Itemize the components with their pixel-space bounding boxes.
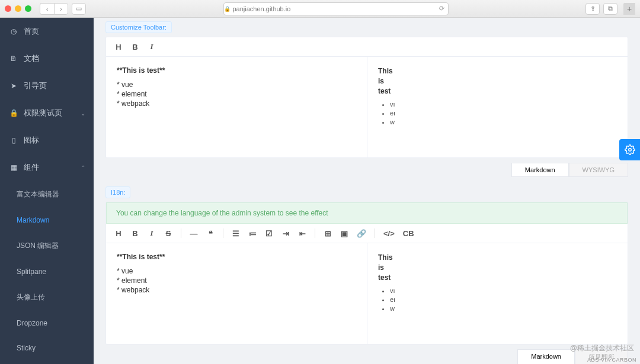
sidebar-item-label: 组件 xyxy=(24,162,39,173)
lock-icon: 🔒 xyxy=(224,6,231,12)
doc-icon: 🗎 xyxy=(9,54,18,63)
maximize-window-icon[interactable] xyxy=(25,5,31,12)
view-tabs-2: Markdown 所见即所 xyxy=(105,349,628,364)
bold-button[interactable]: B xyxy=(131,43,139,51)
gear-icon xyxy=(625,144,635,155)
quote-button[interactable]: ❝ xyxy=(206,229,215,238)
tabs-icon[interactable]: ⧉ xyxy=(603,3,617,15)
editor-card-2: You can change the language of the admin… xyxy=(105,202,628,344)
tab-markdown-2[interactable]: Markdown xyxy=(517,349,575,364)
sidebar-item-json[interactable]: JSON 编辑器 xyxy=(0,233,94,259)
strike-button[interactable]: S xyxy=(164,229,172,238)
separator xyxy=(375,228,375,238)
sidebar-item-label: 引导页 xyxy=(24,80,47,91)
heading-button[interactable]: H xyxy=(114,43,123,51)
settings-fab[interactable] xyxy=(619,139,640,160)
bold-button[interactable]: B xyxy=(131,229,139,238)
markdown-editor-2[interactable]: **This is test** * vue * element * webpa… xyxy=(106,243,367,344)
sidebar-item-avatar[interactable]: 头像上传 xyxy=(0,284,94,311)
ads-label: ADS VIA CARBON xyxy=(587,357,636,363)
markdown-editor-1[interactable]: **This is test** * vue * element * webpa… xyxy=(106,57,367,157)
new-tab-button[interactable]: + xyxy=(623,3,635,15)
lock-icon: 🔒 xyxy=(9,109,18,117)
back-button[interactable]: ‹ xyxy=(40,3,54,15)
code-button[interactable]: </> xyxy=(383,229,395,238)
sidebar-item-permission[interactable]: 🔒 权限测试页 ⌄ xyxy=(0,99,94,127)
sidebar-item-sticky[interactable]: Sticky xyxy=(0,336,94,360)
dashboard-icon: ◷ xyxy=(9,27,18,36)
tab-wysiwyg-1[interactable]: WYSIWYG xyxy=(569,163,628,177)
link-button[interactable]: 🔗 xyxy=(357,229,366,238)
image-button[interactable]: ▣ xyxy=(340,229,348,238)
guide-icon: ➤ xyxy=(9,82,18,90)
sidebar-item-richtext[interactable]: 富文本编辑器 xyxy=(0,181,94,208)
sidebar-item-components[interactable]: ▦ 组件 ⌃ xyxy=(0,154,94,181)
sidebar-item-doc[interactable]: 🗎 文档 xyxy=(0,45,94,72)
italic-button[interactable]: I xyxy=(148,228,156,238)
chevron-up-icon: ⌃ xyxy=(81,165,85,171)
section-tag-i18n: I18n: xyxy=(105,186,130,198)
italic-button[interactable]: I xyxy=(148,42,156,51)
chevron-down-icon: ⌄ xyxy=(81,110,85,117)
close-window-icon[interactable] xyxy=(5,5,11,12)
component-icon: ▦ xyxy=(9,163,18,172)
sidebar-item-guide[interactable]: ➤ 引导页 xyxy=(0,72,94,99)
browser-chrome: ‹ › ▭ 🔒 panjiachen.github.io ⟳ ⇪ ⧉ + xyxy=(0,0,640,18)
sidebar-item-home[interactable]: ◷ 首页 xyxy=(0,18,94,45)
outdent-button[interactable]: ⇤ xyxy=(298,229,306,238)
ol-button[interactable]: ≔ xyxy=(248,229,257,238)
sidebar-item-label: 文档 xyxy=(24,53,39,64)
hr-button[interactable]: — xyxy=(190,229,198,238)
sidebar-item-dropzone[interactable]: Dropzone xyxy=(0,311,94,336)
sidebar-item-label: 首页 xyxy=(24,26,39,37)
indent-button[interactable]: ⇥ xyxy=(281,229,290,238)
grid-icon: ▯ xyxy=(9,136,18,144)
table-button[interactable]: ⊞ xyxy=(324,229,332,238)
ul-button[interactable]: ☰ xyxy=(232,229,240,238)
sidebar-item-icons[interactable]: ▯ 图标 xyxy=(0,127,94,154)
reload-icon[interactable]: ⟳ xyxy=(439,5,448,12)
task-button[interactable]: ☑ xyxy=(265,229,273,238)
toolbar-2: H B I S — ❝ ☰ ≔ ☑ ⇥ ⇤ ⊞ ▣ 🔗 </> CB xyxy=(106,224,628,243)
sidebar: ◷ 首页 🗎 文档 ➤ 引导页 🔒 权限测试页 ⌄ ▯ 图标 ▦ 组件 ⌃ 富文… xyxy=(0,18,94,364)
forward-button[interactable]: › xyxy=(54,3,68,15)
sidebar-item-countto[interactable]: Count To xyxy=(0,360,94,364)
i18n-banner: You can change the language of the admin… xyxy=(106,202,628,224)
section-tag-customize: Customize Toolbar: xyxy=(105,21,172,33)
minimize-window-icon[interactable] xyxy=(15,5,21,12)
sidebar-item-splitpane[interactable]: Splitpane xyxy=(0,259,94,284)
view-tabs-1: Markdown WYSIWYG xyxy=(105,163,628,177)
toolbar-1: H B I xyxy=(106,37,628,57)
sidebar-toggle-icon[interactable]: ▭ xyxy=(72,3,86,15)
editor-card-1: H B I **This is test** * vue * element *… xyxy=(105,37,628,158)
address-bar[interactable]: 🔒 panjiachen.github.io ⟳ xyxy=(223,2,449,15)
sidebar-item-label: 权限测试页 xyxy=(24,108,62,118)
separator xyxy=(181,228,181,238)
tab-markdown-1[interactable]: Markdown xyxy=(511,163,569,177)
sidebar-item-markdown[interactable]: Markdown xyxy=(0,208,94,233)
svg-point-0 xyxy=(629,149,632,152)
share-icon[interactable]: ⇪ xyxy=(585,3,600,15)
url-host: panjiachen.github.io xyxy=(233,5,291,12)
separator xyxy=(315,228,315,238)
sidebar-item-label: 图标 xyxy=(24,135,39,146)
separator xyxy=(223,228,223,238)
preview-pane-1: This is test vı eı w xyxy=(367,57,628,157)
window-controls xyxy=(5,5,31,12)
main-content: Customize Toolbar: H B I **This is test*… xyxy=(94,18,640,364)
heading-button[interactable]: H xyxy=(114,229,123,238)
watermark: @稀土掘金技术社区 xyxy=(570,343,634,353)
preview-pane-2: This is test vı eı w xyxy=(367,243,628,344)
codeblock-button[interactable]: CB xyxy=(403,229,414,238)
